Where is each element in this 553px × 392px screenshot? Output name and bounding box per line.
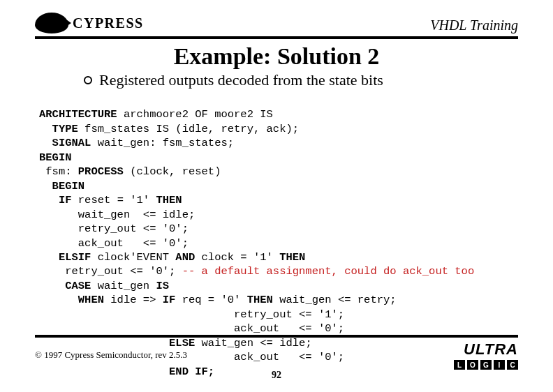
code-text: wait_gen <= retry; — [273, 294, 397, 306]
ultra-text: ULTRA — [454, 340, 518, 359]
code-text: fsm_states IS (idle, retry, ack); — [78, 123, 299, 135]
code-text: retry_out <= '0'; — [39, 265, 182, 278]
ultra-subtext: L O G I C — [454, 360, 518, 370]
kw: THEN — [156, 194, 182, 206]
logo: CYPRESS — [35, 13, 144, 33]
copyright: © 1997 Cypress Semiconductor, rev 2.5.3 — [35, 349, 187, 361]
comment: -- a default assignment, could do ack_ou… — [182, 265, 475, 278]
kw: THEN — [247, 294, 273, 306]
code-text: clock'EVENT — [91, 251, 175, 264]
ultra-logo: ULTRA L O G I C — [454, 340, 518, 370]
kw: CASE — [39, 280, 91, 292]
kw: BEGIN — [39, 151, 72, 164]
footer: © 1997 Cypress Semiconductor, rev 2.5.3 … — [35, 335, 518, 370]
code-text: ack_out <= '0'; — [39, 322, 344, 335]
kw: BEGIN — [39, 180, 84, 193]
bullet-row: Registered outputs decoded from the stat… — [84, 71, 518, 89]
kw: THEN — [279, 251, 305, 264]
ultra-letter: G — [480, 360, 492, 370]
ultra-letter: I — [494, 360, 505, 370]
kw: IS — [156, 280, 169, 292]
footer-divider — [35, 335, 518, 338]
header-title: VHDL Training — [430, 17, 518, 33]
code-text: reset = '1' — [72, 194, 156, 206]
code-text: req = '0' — [175, 294, 246, 306]
kw: TYPE — [39, 123, 78, 135]
bullet-text: Registered outputs decoded from the stat… — [99, 71, 383, 89]
code-text: wait_gen: fsm_states; — [91, 137, 234, 149]
code-text: clock = '1' — [195, 251, 279, 264]
header: CYPRESS VHDL Training — [35, 13, 518, 33]
code-text: wait_gen — [91, 280, 156, 292]
logo-text: CYPRESS — [73, 15, 144, 31]
kw: ARCHITECTURE — [39, 108, 117, 121]
code-text: wait_gen <= idle; — [39, 209, 195, 221]
kw: ELSIF — [39, 251, 91, 264]
kw: SIGNAL — [39, 137, 91, 149]
code-text: retry_out <= '1'; — [39, 308, 344, 321]
footer-row: © 1997 Cypress Semiconductor, rev 2.5.3 … — [35, 340, 518, 370]
kw: IF — [163, 294, 176, 306]
cypress-icon — [35, 13, 68, 33]
header-divider — [35, 36, 518, 39]
code-text: idle => — [104, 294, 163, 306]
ultra-letter: C — [507, 360, 518, 370]
code-text: retry_out <= '0'; — [39, 223, 189, 235]
bullet-icon — [84, 76, 92, 84]
code-text: (clock, reset) — [124, 165, 221, 178]
code-text: archmoore2 OF moore2 IS — [117, 108, 273, 121]
kw: AND — [175, 251, 195, 264]
kw: WHEN — [39, 294, 104, 306]
ultra-letter: L — [454, 360, 465, 370]
page-number: 92 — [272, 370, 281, 381]
ultra-letter: O — [467, 360, 478, 370]
kw: PROCESS — [78, 165, 124, 178]
slide-title: Example: Solution 2 — [35, 43, 518, 70]
code-text: fsm: — [39, 165, 78, 178]
code-text: ack_out <= '0'; — [39, 237, 189, 250]
kw: IF — [39, 194, 72, 206]
